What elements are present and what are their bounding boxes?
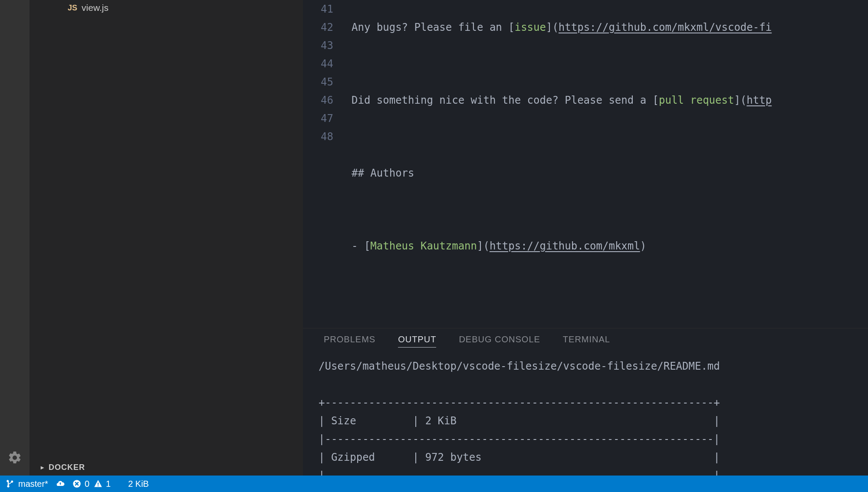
editor-area[interactable]: 41 42 43 44 45 46 47 48 Any bugs? Please…	[303, 0, 868, 328]
activity-bar	[0, 0, 30, 476]
branch-name: master*	[18, 479, 48, 489]
cloud-sync-icon	[56, 479, 65, 488]
svg-rect-1	[98, 483, 99, 485]
code-url: http	[746, 94, 772, 106]
git-branch-icon	[6, 479, 15, 488]
line-number: 41	[303, 0, 333, 18]
error-icon	[72, 479, 81, 488]
warnings-status[interactable]: 1	[94, 479, 111, 489]
code-text: - [	[352, 240, 370, 252]
line-number: 46	[303, 91, 333, 109]
line-number-gutter: 41 42 43 44 45 46 47 48	[303, 0, 339, 328]
filesize-status[interactable]: 2 KiB	[128, 479, 149, 489]
docker-section-header[interactable]: ▸ DOCKER	[30, 459, 303, 476]
code-link: issue	[515, 21, 546, 33]
svg-rect-2	[98, 485, 99, 486]
line-number: 48	[303, 128, 333, 146]
editor-panel: 41 42 43 44 45 46 47 48 Any bugs? Please…	[303, 0, 868, 476]
errors-status[interactable]: 0	[72, 479, 89, 489]
sync-status[interactable]	[56, 479, 65, 488]
line-number: 47	[303, 109, 333, 128]
code-link: pull request	[659, 94, 734, 106]
code-text: Any bugs? Please file an [	[352, 21, 515, 33]
output-pane[interactable]: /Users/matheus/Desktop/vscode-filesize/v…	[303, 354, 868, 492]
code-text: ](	[734, 94, 746, 106]
code-text: Did something nice with the code? Please…	[352, 94, 659, 106]
tab-output[interactable]: OUTPUT	[398, 335, 436, 348]
git-branch-status[interactable]: master*	[6, 479, 48, 489]
gear-icon[interactable]	[7, 450, 22, 467]
code-url: https://github.com/mkxml/vscode-fi	[559, 21, 772, 33]
warning-icon	[94, 479, 102, 488]
tab-problems[interactable]: PROBLEMS	[324, 335, 375, 348]
line-number: 42	[303, 18, 333, 36]
filesize-value: 2 KiB	[128, 479, 149, 489]
code-heading: ## Authors	[352, 167, 414, 179]
code-link: Matheus Kautzmann	[370, 240, 477, 252]
code-text: ](	[477, 240, 490, 252]
sidebar: JS view.js ▸ DOCKER	[30, 0, 303, 476]
file-name: view.js	[82, 3, 108, 13]
line-number: 44	[303, 55, 333, 73]
warnings-count: 1	[106, 479, 111, 489]
panel-tabs: PROBLEMS OUTPUT DEBUG CONSOLE TERMINAL	[303, 328, 868, 354]
line-number: 45	[303, 73, 333, 91]
code-text: )	[640, 240, 646, 252]
tab-terminal[interactable]: TERMINAL	[563, 335, 610, 348]
tab-debug-console[interactable]: DEBUG CONSOLE	[459, 335, 540, 348]
errors-count: 0	[85, 479, 89, 489]
status-bar: master* 0 1 2 KiB	[0, 476, 868, 492]
file-entry-viewjs[interactable]: JS view.js	[30, 0, 303, 16]
code-url: https://github.com/mkxml	[490, 240, 640, 252]
line-number: 43	[303, 36, 333, 55]
file-badge-js: JS	[68, 3, 77, 13]
docker-label: DOCKER	[49, 463, 85, 472]
chevron-right-icon: ▸	[41, 464, 44, 471]
code-area[interactable]: Any bugs? Please file an [issue](https:/…	[339, 0, 868, 328]
code-text: ](	[546, 21, 559, 33]
